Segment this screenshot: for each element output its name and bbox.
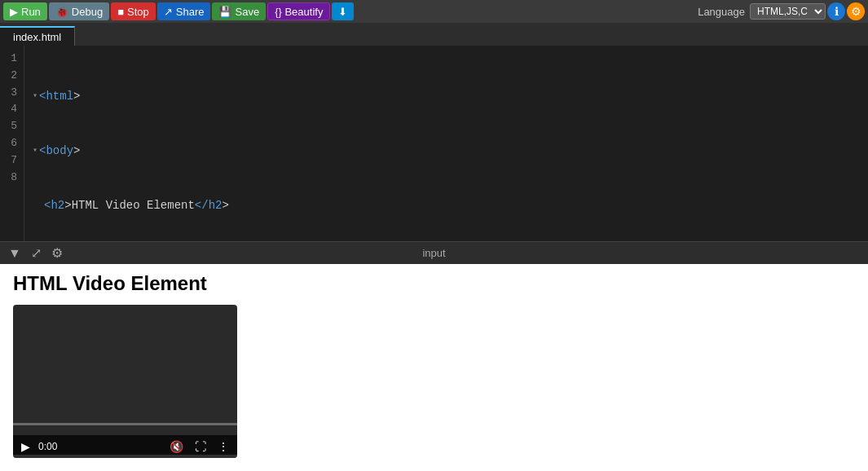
line-numbers: 1 2 3 4 5 6 7 8 <box>0 46 24 241</box>
download-button[interactable]: ⬇ <box>332 2 354 20</box>
preview-area: HTML Video Element ▶ 0:00 🔇 ⛶ ⋮ <box>0 264 868 471</box>
debug-icon: 🐞 <box>55 6 68 18</box>
settings-button[interactable]: ⚙ <box>847 2 865 20</box>
video-bottom-bar <box>13 455 237 458</box>
statusbar-settings-button[interactable]: ⚙ <box>51 245 63 261</box>
info-button[interactable]: ℹ <box>827 2 845 20</box>
stop-icon: ■ <box>117 6 124 18</box>
status-bar: ▼ ⤢ ⚙ input <box>0 241 868 264</box>
editor-line-2: ▾<body> <box>33 142 868 160</box>
language-select[interactable]: HTML,JS,C <box>750 3 826 20</box>
tab-index-html[interactable]: index.html <box>0 26 75 46</box>
collapse-button[interactable]: ▼ <box>8 246 21 261</box>
video-right-controls: 🔇 ⛶ ⋮ <box>170 440 229 453</box>
editor[interactable]: 1 2 3 4 5 6 7 8 ▾<html> ▾<body> <h2>HTML… <box>0 46 868 241</box>
run-icon: ▶ <box>10 6 18 18</box>
tab-bar: index.html <box>0 23 868 46</box>
save-icon: 💾 <box>218 6 231 18</box>
play-button[interactable]: ▶ <box>21 440 30 453</box>
share-button[interactable]: ↗ Share <box>157 2 211 20</box>
beautify-button[interactable]: {} Beautify <box>267 2 330 20</box>
toolbar: ▶ Run 🐞 Debug ■ Stop ↗ Share 💾 Save {} B… <box>0 0 868 23</box>
download-icon: ⬇ <box>338 6 347 18</box>
stop-button[interactable]: ■ Stop <box>111 2 156 20</box>
debug-button[interactable]: 🐞 Debug <box>49 2 109 20</box>
editor-line-1: ▾<html> <box>33 87 868 105</box>
time-display: 0:00 <box>38 441 57 452</box>
statusbar-label: input <box>422 247 445 259</box>
collapse-arrow-1[interactable]: ▾ <box>33 90 37 103</box>
collapse-arrow-2[interactable]: ▾ <box>33 144 37 157</box>
editor-content[interactable]: ▾<html> ▾<body> <h2>HTML Video Element</… <box>24 46 868 241</box>
language-section: Language HTML,JS,C <box>698 3 826 20</box>
more-button[interactable]: ⋮ <box>218 440 229 453</box>
preview-title: HTML Video Element <box>13 272 855 295</box>
save-button[interactable]: 💾 Save <box>212 2 266 20</box>
editor-line-3: <h2>HTML Video Element</h2> <box>33 196 868 214</box>
status-bar-left: ▼ ⤢ ⚙ <box>8 245 63 261</box>
share-icon: ↗ <box>164 6 173 18</box>
mute-button[interactable]: 🔇 <box>170 440 183 453</box>
run-button[interactable]: ▶ Run <box>3 2 47 20</box>
expand-button[interactable]: ⤢ <box>31 245 42 261</box>
video-progress-bar[interactable] <box>13 423 237 425</box>
video-player[interactable]: ▶ 0:00 🔇 ⛶ ⋮ <box>13 305 237 458</box>
fullscreen-button[interactable]: ⛶ <box>195 440 206 453</box>
